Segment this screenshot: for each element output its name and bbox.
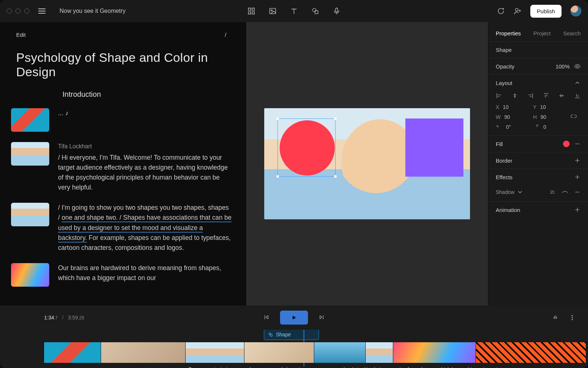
doc-title[interactable]: Psychology of Shape and Color in Design [16,50,226,79]
transport-bar: 1:34.7 / 3:59.25 [0,305,588,330]
comment-icon[interactable] [496,7,505,15]
h-label: H [533,114,537,120]
thumbnail[interactable] [11,142,49,166]
svg-rect-0 [248,8,251,10]
main-area: Edit / Psychology of Shape and Color in … [0,22,588,305]
transcript-text[interactable]: / Hi everyone, I'm Tifa. Welcome! To com… [58,154,228,191]
w-value[interactable]: 90 [504,114,510,120]
time-readout: 1:34.7 / 3:59.25 [44,315,84,321]
remove-icon[interactable] [574,141,581,147]
visibility-icon[interactable] [574,63,581,70]
align-row [488,91,588,103]
play-button[interactable] [280,311,308,325]
plus-icon[interactable] [574,157,581,164]
rotate-value[interactable]: 0° [506,124,511,130]
resize-handle[interactable] [276,175,279,178]
fill-label: Fill [496,141,503,147]
shapes-icon[interactable] [311,7,319,15]
x-value[interactable]: 10 [503,104,509,110]
grid-icon[interactable] [247,7,255,15]
svg-rect-4 [270,8,276,14]
opacity-value[interactable]: 100% [556,63,570,70]
svg-rect-3 [252,12,254,14]
align-left-icon[interactable] [496,92,502,99]
align-hcenter-icon[interactable] [512,92,518,99]
fade-overlay [0,291,246,305]
resize-handle[interactable] [276,117,279,120]
svg-point-13 [572,319,573,320]
shape-square[interactable] [405,118,463,177]
svg-point-5 [271,10,272,11]
next-icon[interactable] [318,314,325,322]
selection-box[interactable] [277,118,336,177]
align-top-icon[interactable] [543,92,549,99]
transcript-text[interactable]: Our brains are hardwired to derive meani… [58,263,232,287]
chevron-up-icon[interactable] [574,79,581,86]
chevron-down-icon[interactable] [517,189,523,195]
thumbnail[interactable] [11,108,49,132]
project-title[interactable]: Now you see it Geometry [60,8,126,14]
clip[interactable] [314,342,366,363]
resize-handle[interactable] [334,175,337,178]
visibility-off-icon[interactable] [562,189,568,195]
shadow-label[interactable]: Shadow [496,189,514,195]
shape-clip[interactable]: Shape [264,330,319,340]
clip[interactable]: To communicate to your target audience..… [186,342,244,363]
edit-label[interactable]: Edit [16,32,26,38]
plus-icon[interactable] [574,174,581,180]
remove-icon[interactable] [574,189,581,195]
shape-clip-label: Shape [276,332,291,337]
timeline-panel: 1:34.7 / 3:59.25 Shape ... To communicat… [0,305,588,368]
eject-icon[interactable] [552,314,559,321]
corner-value[interactable]: 0 [544,124,546,130]
window-dot[interactable] [7,8,12,14]
add-user-icon[interactable] [513,7,521,15]
plus-icon[interactable] [574,206,581,213]
link-wh-icon[interactable] [570,113,577,120]
svg-point-9 [515,8,518,11]
window-dot[interactable] [24,8,29,14]
align-vcenter-icon[interactable] [558,92,565,99]
svg-point-14 [269,333,271,335]
clip[interactable]: shapes one and shape two.... [244,342,314,363]
svg-point-10 [577,66,578,67]
thumbnail[interactable] [11,203,49,226]
fill-swatch[interactable] [563,141,570,147]
thumbnail[interactable] [11,263,49,287]
timeline-track-area[interactable]: Shape ... To communicate to your target … [0,330,588,368]
x-label: X [496,104,499,110]
section-shape: Shape [496,47,512,53]
clip[interactable] [476,342,586,363]
clip[interactable] [101,342,186,363]
y-label: Y [533,104,537,110]
prev-icon[interactable] [263,314,270,322]
adjust-icon[interactable] [549,189,556,195]
tab-search[interactable]: Search [563,30,581,36]
y-value[interactable]: 10 [540,104,546,110]
svg-point-12 [572,317,573,318]
microphone-icon[interactable] [333,7,341,15]
window-controls [7,8,29,14]
canvas-area[interactable] [246,22,488,305]
more-icon[interactable] [569,314,576,321]
svg-rect-2 [248,12,251,14]
properties-panel: Properties Project Search Shape Opacity … [488,22,588,305]
svg-point-11 [572,315,573,316]
clip[interactable] [393,342,476,363]
animation-label: Animation [496,207,520,213]
text-icon[interactable] [290,7,298,15]
effects-label: Effects [496,174,513,180]
align-bottom-icon[interactable] [574,92,581,99]
tab-properties[interactable]: Properties [496,30,521,36]
clip[interactable]: ... [44,342,101,363]
image-icon[interactable] [269,7,277,15]
resize-handle[interactable] [334,117,337,120]
window-dot[interactable] [15,8,21,14]
user-avatar[interactable] [570,6,581,17]
publish-button[interactable]: Publish [530,5,562,18]
menu-icon[interactable] [38,8,46,14]
h-value[interactable]: 90 [541,114,546,120]
align-right-icon[interactable] [527,92,534,99]
clip[interactable]: hardwired to derive meaning from shapes,… [366,342,393,363]
tab-project[interactable]: Project [534,30,551,36]
